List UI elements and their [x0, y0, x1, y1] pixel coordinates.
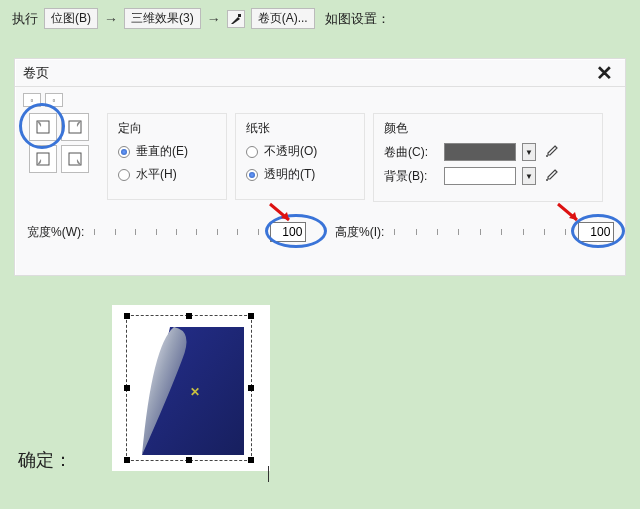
radio-opaque[interactable]: 不透明(O): [246, 143, 354, 160]
confirm-label: 确定：: [18, 448, 72, 472]
radio-label: 垂直的(E): [136, 143, 188, 160]
arrow-icon: →: [207, 11, 221, 27]
height-value-input[interactable]: [578, 222, 614, 242]
menu-3d-effect[interactable]: 三维效果(3): [124, 8, 201, 29]
radio-dot-icon: [246, 169, 258, 181]
height-slider-track[interactable]: [394, 225, 572, 239]
svg-point-6: [546, 179, 548, 181]
width-slider-track[interactable]: [94, 225, 264, 239]
dialog-titlebar: 卷页 ✕: [15, 59, 625, 87]
group-orientation: 定向 垂直的(E) 水平(H): [107, 113, 227, 200]
curled-page-icon: [112, 305, 270, 471]
group-title-color: 颜色: [384, 120, 592, 137]
height-slider-label: 高度%(I):: [335, 224, 384, 241]
corner-picker: [29, 113, 99, 177]
radio-dot-icon: [246, 146, 258, 158]
svg-point-5: [546, 155, 548, 157]
arrow-icon: →: [104, 11, 118, 27]
result-preview: ✕: [112, 305, 270, 471]
red-arrow-icon: [555, 202, 583, 224]
group-title-orientation: 定向: [118, 120, 216, 137]
pagecurl-icon: [227, 10, 245, 28]
bg-color-dropdown[interactable]: ▼: [522, 167, 536, 185]
group-color: 颜色 卷曲(C): ▼ 背景(B): ▼: [373, 113, 603, 202]
menu-pagecurl[interactable]: 卷页(A)...: [251, 8, 315, 29]
radio-dot-icon: [118, 169, 130, 181]
bg-color-label: 背景(B):: [384, 168, 438, 185]
radio-label: 不透明(O): [264, 143, 317, 160]
corner-top-right[interactable]: [61, 113, 89, 141]
expand-button[interactable]: ▫: [45, 93, 63, 107]
after-text: 如图设置：: [325, 10, 390, 28]
text-cursor-icon: [268, 466, 269, 482]
eyedropper-icon[interactable]: [542, 167, 560, 185]
width-value-input[interactable]: [270, 222, 306, 242]
width-slider-label: 宽度%(W):: [27, 224, 84, 241]
menu-bitmap[interactable]: 位图(B): [44, 8, 98, 29]
group-paper: 纸张 不透明(O) 透明的(T): [235, 113, 365, 200]
curl-color-label: 卷曲(C):: [384, 144, 438, 161]
curl-color-dropdown[interactable]: ▼: [522, 143, 536, 161]
svg-rect-0: [238, 14, 241, 17]
radio-label: 透明的(T): [264, 166, 315, 183]
close-icon[interactable]: ✕: [592, 61, 617, 85]
red-arrow-icon: [267, 202, 295, 224]
group-title-paper: 纸张: [246, 120, 354, 137]
corner-top-left[interactable]: [29, 113, 57, 141]
pagecurl-dialog: 卷页 ✕ ▫ ▫: [14, 58, 626, 276]
radio-horizontal[interactable]: 水平(H): [118, 166, 216, 183]
exec-text: 执行: [12, 10, 38, 28]
radio-label: 水平(H): [136, 166, 177, 183]
radio-transparent[interactable]: 透明的(T): [246, 166, 354, 183]
dialog-title: 卷页: [23, 64, 592, 82]
radio-dot-icon: [118, 146, 130, 158]
bg-color-swatch[interactable]: [444, 167, 516, 185]
corner-bottom-left[interactable]: [29, 145, 57, 173]
collapse-button[interactable]: ▫: [23, 93, 41, 107]
radio-vertical[interactable]: 垂直的(E): [118, 143, 216, 160]
top-instruction: 执行 位图(B) → 三维效果(3) → 卷页(A)... 如图设置：: [0, 0, 640, 37]
eyedropper-icon[interactable]: [542, 143, 560, 161]
curl-color-swatch[interactable]: [444, 143, 516, 161]
corner-bottom-right[interactable]: [61, 145, 89, 173]
